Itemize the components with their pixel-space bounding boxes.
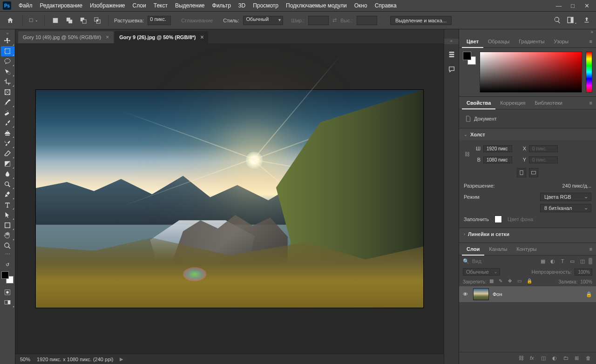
- menu-text[interactable]: Текст: [150, 0, 171, 12]
- window-minimize-icon[interactable]: —: [555, 2, 562, 9]
- move-tool[interactable]: [1, 36, 14, 46]
- lasso-tool[interactable]: [1, 56, 14, 67]
- panels-collapse-handle[interactable]: »: [459, 29, 596, 35]
- menu-image[interactable]: Изображение: [86, 0, 129, 12]
- fill-swatch[interactable]: [494, 216, 502, 223]
- canvas-width-input[interactable]: 1920 пикс: [483, 145, 512, 152]
- type-tool[interactable]: [1, 200, 14, 210]
- orientation-portrait-icon[interactable]: [517, 168, 526, 177]
- filter-type-icon[interactable]: T: [559, 257, 566, 265]
- lock-paint-icon[interactable]: ✎: [499, 278, 505, 285]
- tab-properties[interactable]: Свойства: [462, 96, 495, 109]
- shape-tool[interactable]: [1, 220, 14, 230]
- layer-filter-input[interactable]: [472, 258, 536, 264]
- filter-toggle-icon[interactable]: [589, 258, 592, 264]
- lock-artboard-icon[interactable]: ▭: [517, 278, 524, 285]
- tab-color[interactable]: Цвет: [462, 35, 483, 48]
- hue-slider[interactable]: [586, 52, 592, 93]
- status-more-icon[interactable]: ▶: [120, 357, 123, 362]
- menu-edit[interactable]: Редактирование: [36, 0, 86, 12]
- dodge-tool[interactable]: [1, 179, 14, 189]
- eraser-tool[interactable]: [1, 148, 14, 159]
- menu-3d[interactable]: 3D: [235, 0, 249, 12]
- history-brush-tool[interactable]: [1, 138, 14, 148]
- menu-help[interactable]: Справка: [371, 0, 400, 12]
- home-button[interactable]: [4, 15, 17, 26]
- link-layers-icon[interactable]: ⛓: [519, 355, 525, 362]
- document-tab[interactable]: Gory 9 (26).jpg @ 50% (RGB/8*) ×: [115, 31, 208, 43]
- layer-thumbnail[interactable]: [473, 288, 489, 300]
- new-layer-icon[interactable]: ⊞: [575, 355, 581, 362]
- color-mode-select[interactable]: Цвета RGB: [540, 193, 591, 201]
- color-fg-bg-swatch[interactable]: [463, 52, 476, 65]
- frame-tool[interactable]: [1, 87, 14, 97]
- canvas-height-input[interactable]: 1080 пикс: [483, 156, 512, 163]
- tab-channels[interactable]: Каналы: [484, 243, 512, 256]
- layer-fx-icon[interactable]: fx: [530, 355, 536, 362]
- gradient-tool[interactable]: [1, 159, 14, 169]
- brush-tool[interactable]: [1, 118, 14, 128]
- hand-tool[interactable]: [1, 230, 14, 241]
- canvas-section-header[interactable]: ⌄ Холст: [459, 128, 596, 140]
- filter-smart-icon[interactable]: ◫: [579, 257, 586, 265]
- feather-input[interactable]: 0 пикс.: [148, 16, 171, 25]
- edit-toolbar-icon[interactable]: ⋯: [1, 251, 14, 257]
- crop-tool[interactable]: [1, 77, 14, 87]
- panel-menu-icon[interactable]: ≡: [586, 39, 596, 44]
- tab-adjustments[interactable]: Коррекция: [495, 96, 530, 109]
- document-tab[interactable]: Gory 10 (49).jpg @ 50% (RGB/8#) ×: [18, 31, 114, 43]
- rulers-section-header[interactable]: › Линейки и сетки: [459, 228, 596, 240]
- healing-brush-tool[interactable]: [1, 108, 14, 118]
- selection-subtract-icon[interactable]: [78, 15, 88, 26]
- tab-gradients[interactable]: Градиенты: [514, 35, 549, 48]
- menu-layers[interactable]: Слои: [129, 0, 150, 12]
- pen-tool[interactable]: [1, 189, 14, 200]
- eyedropper-tool[interactable]: [1, 97, 14, 108]
- clone-stamp-tool[interactable]: [1, 128, 14, 138]
- panel-menu-icon[interactable]: ≡: [586, 100, 596, 106]
- window-maximize-icon[interactable]: □: [569, 2, 576, 9]
- zoom-level[interactable]: 50%: [20, 357, 30, 362]
- lock-pixels-icon[interactable]: ▦: [489, 278, 496, 285]
- close-tab-icon[interactable]: ×: [200, 34, 203, 40]
- quick-mask-icon[interactable]: [1, 287, 14, 297]
- orientation-landscape-icon[interactable]: [529, 168, 538, 177]
- delete-layer-icon[interactable]: 🗑: [586, 355, 592, 362]
- mini-collapse-handle[interactable]: «: [444, 39, 459, 44]
- tab-patterns[interactable]: Узоры: [549, 35, 573, 48]
- selection-add-icon[interactable]: [64, 15, 74, 26]
- screen-mode-icon[interactable]: [1, 297, 14, 308]
- menu-plugins[interactable]: Подключаемые модули: [282, 0, 351, 12]
- selection-new-icon[interactable]: [50, 15, 61, 26]
- tab-swatches[interactable]: Образцы: [483, 35, 514, 48]
- layer-mask-icon[interactable]: ◫: [541, 355, 548, 362]
- layer-group-icon[interactable]: 🗀: [563, 355, 570, 362]
- resolution-value[interactable]: 240 пикс/д...: [562, 183, 591, 189]
- color-field[interactable]: [480, 52, 582, 93]
- window-close-icon[interactable]: ✕: [583, 2, 590, 9]
- filter-pixel-icon[interactable]: ▦: [539, 257, 546, 265]
- default-colors-icon[interactable]: ↺: [1, 261, 14, 268]
- bit-depth-select[interactable]: 8 бит/канал: [540, 204, 591, 212]
- layer-visibility-icon[interactable]: 👁: [463, 291, 469, 297]
- tool-preset-icon[interactable]: ⌄: [28, 15, 39, 26]
- canvas-viewport[interactable]: [15, 43, 444, 354]
- comments-panel-icon[interactable]: [447, 65, 456, 74]
- quick-select-tool[interactable]: [1, 67, 14, 77]
- link-dimensions-icon[interactable]: ⛓: [464, 151, 470, 157]
- path-select-tool[interactable]: [1, 210, 14, 220]
- zoom-tool[interactable]: [1, 241, 14, 251]
- close-tab-icon[interactable]: ×: [106, 34, 109, 40]
- menu-select[interactable]: Выделение: [171, 0, 209, 12]
- filter-shape-icon[interactable]: ▭: [569, 257, 576, 265]
- document-dimensions[interactable]: 1920 пикс. x 1080 пикс. (240 ppi): [37, 357, 113, 362]
- menu-filter[interactable]: Фильтр: [209, 0, 235, 12]
- search-icon[interactable]: [554, 16, 561, 25]
- tab-paths[interactable]: Контуры: [512, 243, 541, 256]
- menu-file[interactable]: Файл: [15, 0, 36, 12]
- filter-adjust-icon[interactable]: ◐: [549, 257, 556, 265]
- tab-layers[interactable]: Слои: [462, 243, 484, 256]
- lock-position-icon[interactable]: ✥: [508, 278, 515, 285]
- selection-intersect-icon[interactable]: [92, 15, 102, 26]
- color-swatches[interactable]: [1, 271, 14, 283]
